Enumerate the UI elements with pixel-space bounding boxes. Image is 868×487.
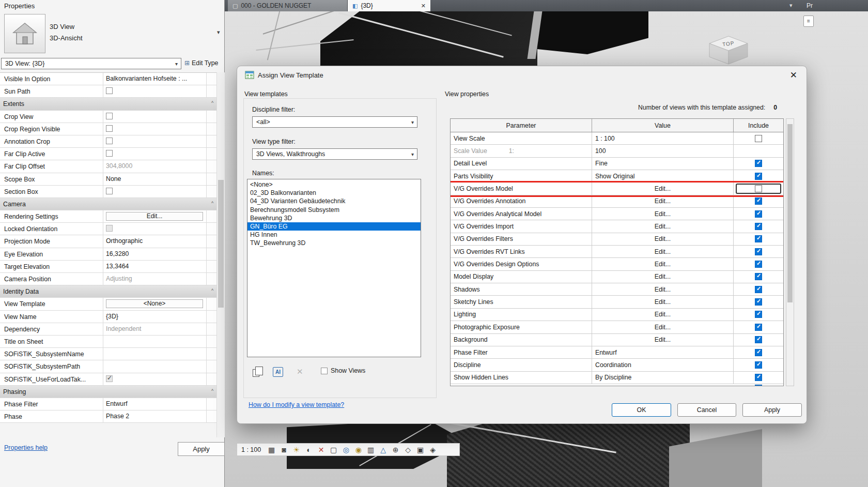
- property-value[interactable]: [103, 186, 206, 197]
- property-value[interactable]: [103, 135, 206, 147]
- sun-path-icon[interactable]: ☀: [290, 444, 302, 455]
- checkbox[interactable]: [106, 188, 113, 194]
- include-checkbox[interactable]: [755, 273, 762, 280]
- include-checkbox[interactable]: [755, 298, 762, 306]
- template-name-item-none[interactable]: <None>: [247, 180, 421, 189]
- template-name-item-tw-bewehrung-3d[interactable]: TW_Bewehrung 3D: [247, 239, 421, 247]
- include-checkbox[interactable]: [755, 336, 762, 343]
- value-cell[interactable]: Edit...: [592, 334, 734, 346]
- worksharing-icon[interactable]: ◇: [402, 444, 414, 455]
- visual-style-icon[interactable]: ◙: [278, 444, 290, 455]
- collapse-chevron-icon[interactable]: ^: [208, 386, 216, 398]
- section-phasing[interactable]: Phasing^: [0, 386, 216, 398]
- edit-button[interactable]: Edit...: [655, 248, 671, 255]
- include-checkbox[interactable]: [755, 235, 762, 242]
- property-value[interactable]: Phase 2: [103, 410, 206, 422]
- template-name-item-berechnungsmodell-subsystem[interactable]: Berechnungsmodell Subsystem: [247, 206, 421, 214]
- detail-level-icon[interactable]: ▦: [266, 444, 277, 455]
- edit-button[interactable]: Edit...: [655, 197, 671, 205]
- include-checkbox[interactable]: [755, 197, 762, 205]
- properties-flyout-icon[interactable]: ≡: [803, 16, 814, 27]
- edit-button[interactable]: Edit...: [655, 324, 671, 331]
- view-tab-000-golden-nugget[interactable]: ▢000 - GOLDEN NUGGET: [228, 0, 348, 11]
- value-cell[interactable]: Edit...: [592, 283, 734, 295]
- cancel-button[interactable]: Cancel: [677, 403, 736, 417]
- checkbox[interactable]: [106, 150, 113, 157]
- reveal-hidden-icon[interactable]: ◉: [352, 444, 364, 455]
- property-value[interactable]: Orthographic: [103, 235, 206, 247]
- value-cell[interactable]: Edit...: [592, 195, 734, 207]
- type-selector-chevron-icon[interactable]: ▾: [217, 29, 220, 36]
- view-type-filter-select[interactable]: 3D Views, Walkthroughs ▾: [252, 148, 417, 160]
- help-link[interactable]: How do I modify a view template?: [249, 401, 344, 408]
- communicate-icon[interactable]: ◈: [427, 444, 439, 455]
- edit-type-button[interactable]: ⊞ Edit Type: [184, 59, 219, 67]
- property-value[interactable]: [103, 85, 206, 97]
- duplicate-icon[interactable]: [253, 369, 259, 377]
- shadows-icon[interactable]: ◐: [303, 444, 315, 455]
- scale-button[interactable]: 1 : 100: [241, 446, 261, 453]
- edit-button[interactable]: Edit...: [655, 261, 671, 268]
- tab-list-chevron-icon[interactable]: ▾: [789, 2, 793, 9]
- property-value[interactable]: 16,3280: [103, 248, 206, 260]
- property-value[interactable]: [103, 148, 206, 160]
- temporary-hide-icon[interactable]: ◎: [340, 444, 352, 455]
- view-selector-combobox[interactable]: 3D View: {3D} ▾: [1, 58, 181, 69]
- checkbox[interactable]: [106, 125, 113, 132]
- value-cell[interactable]: Edit...: [592, 309, 734, 321]
- properties-apply-button[interactable]: Apply: [178, 442, 225, 456]
- property-value[interactable]: Balkonvarianten Hofseite : ...: [103, 73, 206, 85]
- collapsed-panel-label[interactable]: Pr: [807, 2, 813, 9]
- property-value[interactable]: Independent: [103, 323, 206, 335]
- collapse-chevron-icon[interactable]: ^: [208, 98, 216, 110]
- template-name-item-hg-innen[interactable]: HG Innen: [247, 231, 421, 239]
- section-extents[interactable]: Extents^: [0, 98, 216, 110]
- checkbox[interactable]: [106, 87, 113, 94]
- include-checkbox[interactable]: [755, 311, 762, 318]
- property-value[interactable]: [103, 360, 206, 372]
- edit-button[interactable]: Edit...: [655, 286, 671, 293]
- include-checkbox[interactable]: [755, 385, 762, 386]
- property-value[interactable]: [103, 123, 206, 135]
- section-camera[interactable]: Camera^: [0, 198, 216, 210]
- include-checkbox[interactable]: [755, 349, 762, 356]
- value-cell[interactable]: Edit...: [592, 208, 734, 220]
- template-name-item-gn-büro-eg[interactable]: GN_Büro EG: [247, 222, 421, 231]
- tab-close-icon[interactable]: ✕: [421, 3, 426, 9]
- edit-button[interactable]: Edit...: [655, 298, 671, 306]
- property-value[interactable]: Edit...: [103, 210, 206, 222]
- apply-button[interactable]: Apply: [742, 403, 802, 417]
- collapse-chevron-icon[interactable]: ^: [208, 198, 216, 210]
- property-value[interactable]: {3D}: [103, 311, 206, 323]
- include-checkbox[interactable]: [755, 160, 762, 167]
- value-cell[interactable]: Edit...: [592, 321, 734, 333]
- scrollbar-thumb[interactable]: [218, 180, 224, 308]
- property-value[interactable]: 304,8000: [103, 160, 206, 172]
- edit-button[interactable]: Edit...: [655, 273, 671, 280]
- property-value[interactable]: None: [103, 173, 206, 185]
- include-checkbox[interactable]: [755, 324, 762, 331]
- value-button[interactable]: Edit...: [106, 212, 203, 221]
- section-identity-data[interactable]: Identity Data^: [0, 285, 216, 298]
- property-value[interactable]: [103, 111, 206, 123]
- property-value[interactable]: [103, 223, 206, 235]
- checkbox[interactable]: [106, 138, 113, 144]
- crop-view-icon[interactable]: ✕: [315, 444, 327, 455]
- editing-requests-icon[interactable]: ▣: [414, 444, 426, 455]
- edit-button[interactable]: Edit...: [655, 223, 671, 230]
- include-checkbox[interactable]: [755, 223, 762, 230]
- properties-help-link[interactable]: Properties help: [4, 444, 48, 451]
- viewcube[interactable]: TOP: [705, 32, 752, 65]
- value-cell[interactable]: Edit...: [592, 246, 734, 257]
- property-value[interactable]: [103, 336, 206, 347]
- include-checkbox[interactable]: [755, 210, 762, 218]
- value-cell[interactable]: Edit...: [592, 271, 734, 283]
- value-cell[interactable]: Edit...: [592, 220, 734, 232]
- include-checkbox[interactable]: [755, 135, 762, 142]
- property-value[interactable]: 13,3464: [103, 261, 206, 272]
- table-scrollbar[interactable]: [786, 118, 794, 386]
- view-tab-3d[interactable]: ◧{3D}✕: [348, 0, 430, 11]
- value-cell[interactable]: Edit...: [592, 296, 734, 308]
- property-value[interactable]: [103, 373, 206, 385]
- property-value[interactable]: <None>: [103, 298, 206, 310]
